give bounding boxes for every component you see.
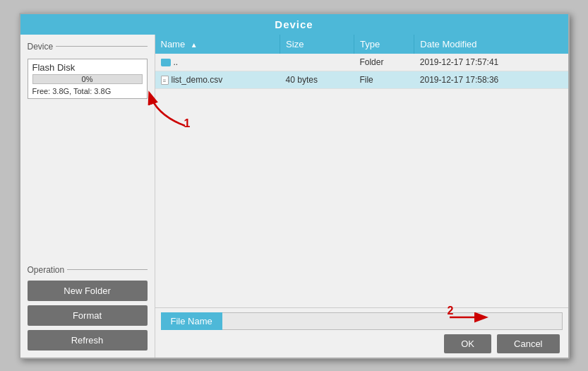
device-section-label: Device	[28, 42, 148, 52]
table-row[interactable]: ..Folder2019-12-17 17:57:41	[155, 54, 568, 71]
col-size[interactable]: Size	[280, 35, 354, 54]
filename-row: File Name	[161, 312, 563, 330]
progress-text: 0%	[82, 75, 93, 83]
file-list-table: Name ▲ Size Type Date Modified ..Folder2…	[155, 35, 568, 89]
table-row[interactable]: list_demo.csv40 bytesFile2019-12-17 17:5…	[155, 71, 568, 88]
filename-input[interactable]	[222, 312, 563, 330]
filename-label: File Name	[161, 312, 222, 330]
left-panel: Device Flash Disk 0% Free: 3.8G, Total: …	[20, 35, 155, 358]
cell-type: Folder	[354, 54, 414, 71]
col-type[interactable]: Type	[354, 35, 414, 54]
format-button[interactable]: Format	[28, 305, 148, 326]
cell-size: 40 bytes	[280, 71, 354, 88]
cell-size	[280, 54, 354, 71]
cancel-button[interactable]: Cancel	[497, 334, 559, 353]
cell-date-modified: 2019-12-17 17:57:41	[414, 54, 568, 71]
new-folder-button[interactable]: New Folder	[28, 281, 148, 301]
device-dialog: Device Device Flash Disk 0% Free: 3.8G, …	[19, 13, 570, 359]
operation-section-label: Operation	[28, 265, 148, 275]
cell-type: File	[354, 71, 414, 88]
device-name: Flash Disk	[32, 62, 143, 73]
operation-section: Operation New Folder Format Refresh	[28, 265, 148, 351]
action-row: OK Cancel	[161, 334, 563, 353]
cell-name: ..	[155, 54, 280, 71]
refresh-button[interactable]: Refresh	[28, 330, 148, 351]
folder-icon	[161, 59, 171, 66]
col-date-modified[interactable]: Date Modified	[414, 35, 568, 54]
right-panel: Name ▲ Size Type Date Modified ..Folder2…	[155, 35, 568, 358]
bottom-bar: File Name OK Cancel	[155, 307, 568, 358]
device-info-box: Flash Disk 0% Free: 3.8G, Total: 3.8G	[28, 59, 148, 99]
device-free-info: Free: 3.8G, Total: 3.8G	[32, 87, 143, 95]
ok-button[interactable]: OK	[444, 334, 491, 353]
cell-name: list_demo.csv	[155, 71, 280, 88]
sort-arrow: ▲	[191, 41, 198, 49]
dialog-title: Device	[20, 14, 568, 35]
device-progress-bar: 0%	[32, 74, 143, 84]
cell-date-modified: 2019-12-17 17:58:36	[414, 71, 568, 88]
file-icon	[161, 76, 169, 85]
col-name[interactable]: Name ▲	[155, 35, 280, 54]
file-table: Name ▲ Size Type Date Modified ..Folder2…	[155, 35, 568, 307]
dialog-body: Device Flash Disk 0% Free: 3.8G, Total: …	[20, 35, 568, 358]
